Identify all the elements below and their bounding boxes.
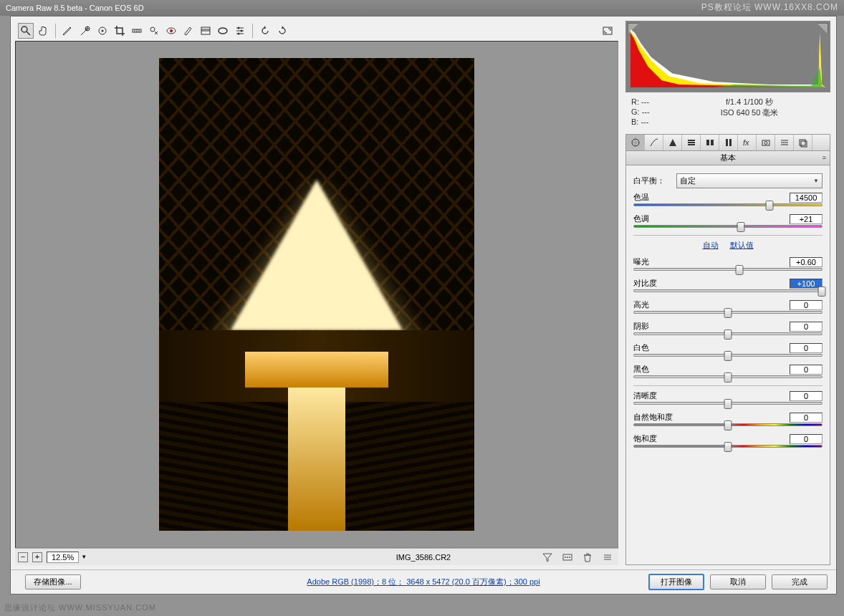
- vibrance-slider[interactable]: [633, 423, 823, 426]
- wb-label: 白平衡：: [633, 175, 676, 186]
- save-image-button[interactable]: 存储图像...: [25, 574, 81, 589]
- rotate-ccw-tool[interactable]: [257, 23, 273, 39]
- dialog-footer: 存储图像... Adobe RGB (1998)；8 位； 3648 x 547…: [11, 569, 836, 594]
- svg-rect-37: [711, 140, 714, 145]
- open-image-button[interactable]: 打开图像: [648, 574, 704, 590]
- saturation-value[interactable]: 0: [790, 434, 823, 444]
- tint-label: 色调: [633, 213, 649, 224]
- tab-camera[interactable]: [757, 135, 775, 150]
- tint-value[interactable]: +21: [790, 214, 823, 224]
- zoom-dropdown[interactable]: 12.5%▼: [47, 552, 87, 563]
- watermark-top: PS教程论坛 WWW.16XX8.COM: [701, 1, 838, 14]
- exposure-slider[interactable]: [633, 268, 823, 271]
- color-sampler-tool[interactable]: [77, 23, 93, 39]
- redeye-tool[interactable]: [163, 23, 179, 39]
- exif-aperture-shutter: f/1.4 1/100 秒: [674, 97, 825, 107]
- r-value: R: ---: [631, 97, 674, 107]
- exposure-label: 曝光: [633, 256, 649, 267]
- white-balance-tool[interactable]: [60, 23, 76, 39]
- rating-icon[interactable]: [560, 549, 575, 565]
- vibrance-label: 自然饱和度: [633, 412, 673, 423]
- svg-rect-33: [688, 140, 695, 141]
- clarity-slider[interactable]: [633, 402, 823, 405]
- exif-iso-focal: ISO 640 50 毫米: [674, 107, 825, 118]
- hand-tool[interactable]: [35, 23, 51, 39]
- preferences-tool[interactable]: [232, 23, 248, 39]
- delete-icon[interactable]: [580, 549, 595, 565]
- shadows-slider[interactable]: [633, 332, 823, 335]
- default-link[interactable]: 默认值: [730, 241, 754, 249]
- graduated-filter-tool[interactable]: [198, 23, 214, 39]
- temp-slider[interactable]: [633, 203, 823, 206]
- tint-slider[interactable]: [633, 225, 823, 228]
- tab-hsl[interactable]: [682, 135, 701, 150]
- svg-point-42: [764, 142, 767, 145]
- panel-menu-icon[interactable]: ≡: [823, 154, 825, 161]
- g-value: G: ---: [631, 107, 674, 117]
- svg-rect-47: [801, 141, 807, 147]
- svg-point-23: [238, 33, 240, 35]
- tab-snapshots[interactable]: [794, 135, 812, 150]
- tab-lens[interactable]: [719, 135, 738, 150]
- clarity-value[interactable]: 0: [790, 391, 823, 401]
- toolbar: [15, 21, 618, 41]
- saturation-label: 饱和度: [633, 433, 657, 444]
- tab-presets[interactable]: [775, 135, 794, 150]
- wb-dropdown[interactable]: 自定: [676, 173, 823, 188]
- tab-detail[interactable]: [663, 135, 682, 150]
- radial-filter-tool[interactable]: [215, 23, 231, 39]
- auto-link[interactable]: 自动: [703, 241, 719, 249]
- svg-point-22: [241, 30, 243, 32]
- zoom-out-button[interactable]: −: [18, 552, 28, 562]
- tab-curve[interactable]: [645, 135, 663, 150]
- whites-value[interactable]: 0: [790, 343, 823, 353]
- watermark-bottom: 思缘设计论坛 WWW.MISSYUAN.COM: [4, 602, 156, 613]
- spot-removal-tool[interactable]: [146, 23, 162, 39]
- blacks-value[interactable]: 0: [790, 365, 823, 375]
- highlights-slider[interactable]: [633, 311, 823, 314]
- exposure-value[interactable]: +0.60: [790, 257, 823, 267]
- svg-rect-38: [726, 139, 728, 146]
- straighten-tool[interactable]: [129, 23, 145, 39]
- svg-text:fx: fx: [743, 138, 749, 147]
- workflow-options-link[interactable]: Adobe RGB (1998)；8 位； 3648 x 5472 (20.0 …: [307, 577, 540, 587]
- blacks-label: 黑色: [633, 364, 649, 375]
- filter-icon[interactable]: [540, 549, 555, 565]
- adjustment-brush-tool[interactable]: [181, 23, 196, 39]
- crop-tool[interactable]: [112, 23, 128, 39]
- zoom-in-button[interactable]: +: [32, 552, 42, 562]
- camera-raw-dialog: − + 12.5%▼ IMG_3586.CR2 R: --- G: [10, 16, 837, 595]
- vibrance-value[interactable]: 0: [790, 413, 823, 423]
- metadata-readout: R: --- G: --- B: --- f/1.4 1/100 秒 ISO 6…: [625, 94, 830, 130]
- highlights-value[interactable]: 0: [790, 300, 823, 310]
- tab-basic[interactable]: [626, 135, 645, 150]
- shadows-value[interactable]: 0: [790, 322, 823, 332]
- shadows-label: 阴影: [633, 321, 649, 332]
- tab-fx[interactable]: fx: [738, 135, 757, 150]
- svg-point-26: [565, 557, 566, 558]
- clarity-label: 清晰度: [633, 390, 657, 401]
- whites-slider[interactable]: [633, 354, 823, 357]
- histogram[interactable]: [625, 21, 830, 92]
- contrast-slider[interactable]: [633, 289, 823, 292]
- saturation-slider[interactable]: [633, 445, 823, 448]
- done-button[interactable]: 完成: [772, 574, 828, 589]
- image-preview[interactable]: [15, 41, 618, 548]
- toggle-fullscreen-icon[interactable]: [600, 23, 615, 39]
- zoom-tool[interactable]: [18, 23, 34, 39]
- svg-rect-39: [729, 139, 732, 146]
- temp-value[interactable]: 14500: [790, 193, 823, 203]
- tab-split[interactable]: [701, 135, 719, 150]
- rotate-cw-tool[interactable]: [274, 23, 290, 39]
- svg-rect-46: [800, 140, 805, 145]
- filmstrip-icon[interactable]: [600, 549, 615, 565]
- contrast-label: 对比度: [633, 278, 657, 289]
- filename-label: IMG_3586.CR2: [396, 553, 451, 562]
- svg-point-17: [219, 28, 227, 34]
- blacks-slider[interactable]: [633, 375, 823, 378]
- temp-label: 色温: [633, 192, 649, 203]
- cancel-button[interactable]: 取消: [710, 574, 766, 589]
- svg-rect-34: [688, 142, 695, 143]
- panel-title: 基本≡: [625, 151, 830, 165]
- targeted-adjustment-tool[interactable]: [95, 23, 110, 39]
